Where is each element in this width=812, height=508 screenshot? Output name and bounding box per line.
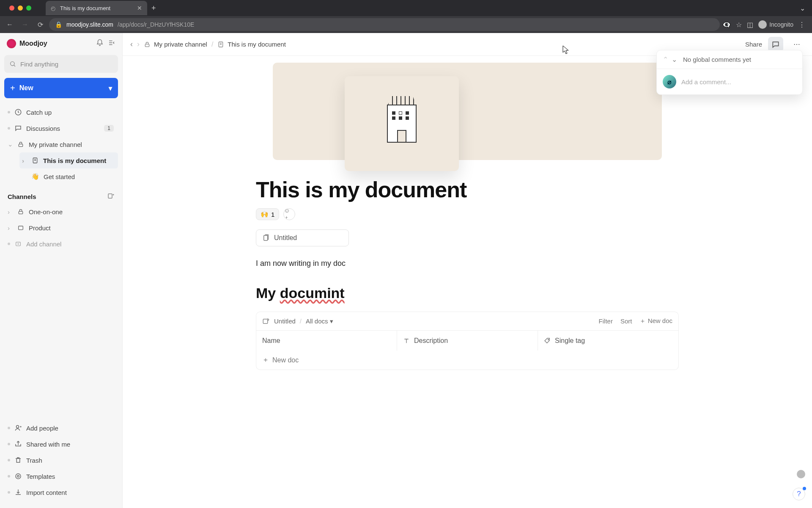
help-button[interactable]: ? <box>793 488 805 500</box>
url-bar[interactable]: 🔒 moodjoy.slite.com/app/docs/r_DHzUYfHSK… <box>49 18 720 31</box>
heading-text-prefix: My <box>256 285 280 301</box>
search-input[interactable]: Find anything <box>4 55 118 73</box>
table-add-row-button[interactable]: ＋ New doc <box>256 351 679 370</box>
bullet-icon <box>8 459 10 461</box>
table-filter-button[interactable]: Filter <box>599 318 613 325</box>
trash-icon <box>14 456 22 464</box>
breadcrumb-separator: / <box>211 41 213 48</box>
main-area: ‹ › My private channel / This is my docu… <box>123 33 812 508</box>
child-doc-link[interactable]: Untitled <box>256 229 349 246</box>
table-scope-dropdown[interactable]: All docs ▾ <box>306 318 333 325</box>
body-paragraph[interactable]: I am now writing in my doc <box>256 259 679 268</box>
sidebar-channel-one-on-one[interactable]: › One-on-one <box>4 204 118 220</box>
chevron-right-icon[interactable]: › <box>22 157 27 164</box>
table-source-label[interactable]: Untitled <box>274 318 296 325</box>
doc-back-button[interactable]: ‹ <box>130 40 133 49</box>
breadcrumb-doc[interactable]: This is my document <box>217 41 286 48</box>
add-row-label: New doc <box>272 356 299 364</box>
window-close-icon[interactable] <box>9 6 14 11</box>
sidebar-templates[interactable]: Templates <box>4 468 118 484</box>
incognito-pill[interactable]: Incognito <box>758 20 793 29</box>
browser-reload-button[interactable]: ⟳ <box>34 18 47 31</box>
sidebar-item-label: Catch up <box>26 109 52 116</box>
comments-next-button[interactable]: ⌄ <box>672 55 677 64</box>
chevron-right-icon[interactable]: › <box>8 208 13 215</box>
sidebar-item-label: Product <box>29 224 51 232</box>
sidebar-add-channel[interactable]: Add channel <box>4 236 118 252</box>
workspace-logo-icon <box>7 39 16 48</box>
breadcrumb-label: This is my document <box>228 41 286 48</box>
column-header-description[interactable]: Description <box>397 331 538 351</box>
doc-forward-button: › <box>137 40 140 49</box>
cover-image[interactable] <box>273 63 662 160</box>
browser-forward-button: → <box>19 18 31 31</box>
window-zoom-icon[interactable] <box>26 6 31 11</box>
breadcrumb-channel[interactable]: My private channel <box>144 41 207 48</box>
sidebar-channel-product[interactable]: › Product <box>4 220 118 236</box>
sidebar-doc-get-started[interactable]: 👋 Get started <box>19 168 118 185</box>
heading-2[interactable]: My documint <box>256 285 679 301</box>
chevron-right-icon[interactable]: › <box>8 224 13 232</box>
sidebar-item-discussions[interactable]: Discussions 1 <box>4 120 118 136</box>
chevron-down-icon[interactable]: ▾ <box>109 84 112 92</box>
plus-icon: ＋ <box>262 356 269 364</box>
add-channel-panel-icon[interactable] <box>107 192 115 201</box>
new-button-label: New <box>19 84 33 92</box>
lock-icon <box>144 41 151 48</box>
collapse-sidebar-icon[interactable] <box>108 39 115 48</box>
table-sort-button[interactable]: Sort <box>620 318 632 325</box>
new-button[interactable]: + New ▾ <box>4 78 118 98</box>
column-header-name[interactable]: Name <box>256 331 397 351</box>
sidebar-doc-this-is-my-document[interactable]: › This is my document <box>19 152 118 168</box>
channels-header: Channels <box>4 185 118 204</box>
svg-point-8 <box>16 425 19 428</box>
sidebar-item-private-channel[interactable]: ⌄ My private channel <box>4 136 118 152</box>
reaction-pill[interactable]: 🙌 1 <box>256 208 279 220</box>
incognito-label: Incognito <box>769 21 793 28</box>
sidebar-item-label: Get started <box>44 173 75 180</box>
comment-input[interactable]: Add a comment... <box>681 78 731 86</box>
browser-menu-icon[interactable]: ⋮ <box>798 21 805 29</box>
column-header-single-tag[interactable]: Single tag <box>538 331 678 351</box>
presence-avatar-icon[interactable] <box>797 470 805 478</box>
sidebar-import-content[interactable]: Import content <box>4 484 118 500</box>
chevron-down-icon[interactable]: ⌄ <box>8 141 13 148</box>
sidebar-item-label: One-on-one <box>29 208 63 215</box>
new-tab-button[interactable]: + <box>151 4 156 13</box>
sidebar-item-catch-up[interactable]: Catch up <box>4 104 118 120</box>
tab-close-icon[interactable]: ✕ <box>137 5 142 11</box>
browser-right-controls: 👁‍🗨 ☆ ◫ Incognito ⋮ <box>722 20 809 29</box>
browser-back-button[interactable]: ← <box>3 18 16 31</box>
window-minimize-icon[interactable] <box>18 6 23 11</box>
share-button[interactable]: Share <box>745 41 762 48</box>
svg-point-15 <box>548 339 549 340</box>
table-column-header-row: Name Description Single tag <box>256 330 679 351</box>
svg-rect-5 <box>19 211 22 214</box>
sidebar-trash[interactable]: Trash <box>4 452 118 468</box>
search-icon <box>9 61 16 67</box>
browser-chrome: ◴ This is my document ✕ + ⌄ ← → ⟳ 🔒 mood… <box>0 0 812 33</box>
panel-icon[interactable]: ◫ <box>747 21 753 29</box>
sidebar-add-people[interactable]: Add people <box>4 420 118 436</box>
notifications-icon[interactable] <box>96 39 104 48</box>
add-reaction-button[interactable]: ☺﹢ <box>283 208 295 220</box>
eye-off-icon[interactable]: 👁‍🗨 <box>722 21 731 29</box>
browser-tab[interactable]: ◴ This is my document ✕ <box>46 1 147 15</box>
svg-rect-13 <box>264 235 268 240</box>
page-title[interactable]: This is my document <box>256 177 679 202</box>
star-icon[interactable]: ☆ <box>736 21 742 29</box>
comments-empty-label: No global comments yet <box>683 56 751 63</box>
tab-bar: ◴ This is my document ✕ + ⌄ <box>0 0 812 16</box>
svg-point-10 <box>17 475 19 478</box>
workspace-switcher[interactable]: Moodjoy <box>4 37 118 50</box>
svg-rect-11 <box>145 44 149 47</box>
folder-icon <box>17 224 25 231</box>
table-new-doc-button[interactable]: ＋ New doc <box>639 317 672 325</box>
lock-icon <box>17 141 25 148</box>
child-doc-label: Untitled <box>274 234 297 242</box>
doc-stack-icon <box>262 234 270 242</box>
svg-rect-14 <box>263 319 268 323</box>
tab-list-button[interactable]: ⌄ <box>800 4 805 12</box>
doc-icon <box>31 157 39 164</box>
sidebar-shared-with-me[interactable]: Shared with me <box>4 436 118 452</box>
